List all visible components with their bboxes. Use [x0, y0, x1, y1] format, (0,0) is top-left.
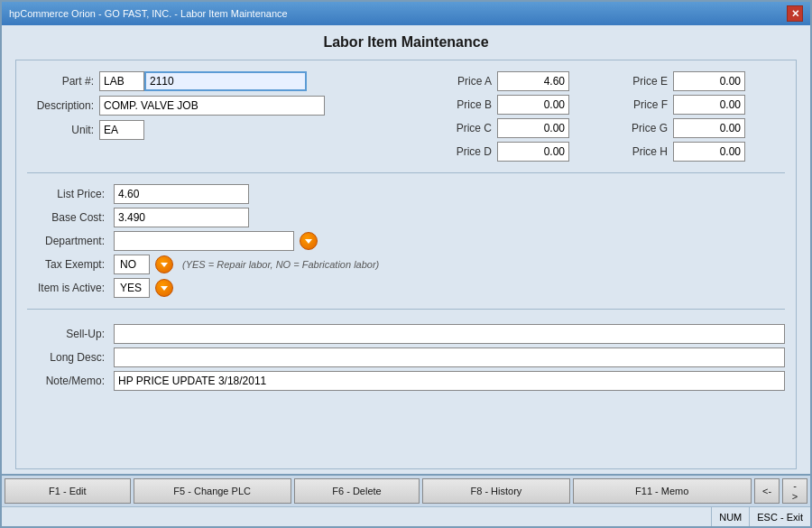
price-g-label: Price G	[618, 122, 668, 134]
price-c-label: Price C	[442, 122, 492, 134]
note-memo-input[interactable]	[114, 371, 785, 391]
price-e-input[interactable]	[673, 71, 745, 91]
list-price-label: List Price:	[27, 188, 108, 200]
price-a-label: Price A	[442, 75, 492, 88]
list-price-input[interactable]	[114, 184, 249, 204]
price-b-label: Price B	[442, 98, 492, 111]
price-a-input[interactable]	[497, 71, 569, 91]
price-c-input[interactable]	[497, 118, 569, 138]
note-memo-row: Note/Memo:	[27, 371, 785, 391]
price-d-label: Price D	[442, 145, 492, 158]
price-c-row: Price C	[442, 118, 609, 138]
long-desc-input[interactable]	[114, 347, 785, 367]
long-desc-label: Long Desc:	[27, 351, 108, 364]
price-d-row: Price D	[442, 142, 609, 162]
page-title: Labor Item Maintenance	[15, 34, 797, 51]
part-prefix-input[interactable]	[99, 71, 144, 91]
price-h-label: Price H	[618, 145, 668, 158]
form-section-top: Part #: Description: Unit:	[27, 71, 785, 162]
long-desc-row: Long Desc:	[27, 347, 785, 367]
item-active-dropdown-button[interactable]	[155, 279, 173, 297]
divider-1	[27, 172, 785, 173]
part-number-row: Part #:	[27, 71, 424, 91]
tax-exempt-value: NO	[114, 255, 150, 274]
base-cost-row: Base Cost:	[27, 208, 785, 227]
part-number-input[interactable]	[144, 71, 307, 91]
tax-exempt-label: Tax Exempt:	[27, 258, 108, 271]
list-price-row: List Price:	[27, 184, 785, 204]
price-d-input[interactable]	[497, 142, 569, 162]
price-b-row: Price B	[442, 95, 609, 115]
f6-delete-button[interactable]: F6 - Delete	[294, 478, 420, 504]
prev-button[interactable]: <-	[754, 478, 780, 504]
price-g-row: Price G	[618, 118, 785, 138]
esc-exit-label: ESC - Exit	[750, 507, 810, 526]
main-panel: Part #: Description: Unit:	[15, 60, 797, 469]
price-f-input[interactable]	[673, 95, 745, 115]
price-a-row: Price A	[442, 71, 609, 91]
department-input[interactable]	[114, 231, 294, 251]
price-h-row: Price H	[618, 142, 785, 162]
description-row: Description:	[27, 96, 424, 116]
tax-exempt-dropdown-button[interactable]	[155, 255, 173, 273]
bottom-fields: Sell-Up: Long Desc: Note/Memo:	[27, 324, 785, 391]
status-bar: NUM ESC - Exit	[2, 506, 810, 526]
price-b-input[interactable]	[497, 95, 569, 115]
close-button[interactable]: ✕	[787, 5, 803, 22]
content-area: Labor Item Maintenance Part #: Descripti…	[2, 25, 810, 474]
price-f-label: Price F	[618, 98, 668, 111]
button-bar: F1 - Edit F5 - Change PLC F6 - Delete F8…	[2, 474, 810, 506]
item-active-row: Item is Active: YES	[27, 278, 785, 298]
sell-up-label: Sell-Up:	[27, 328, 108, 340]
unit-input[interactable]	[99, 120, 144, 140]
divider-2	[27, 309, 785, 310]
base-cost-input[interactable]	[114, 208, 249, 227]
item-active-value: YES	[114, 278, 150, 298]
tax-exempt-row: Tax Exempt: NO (YES = Repair labor, NO =…	[27, 255, 785, 274]
num-indicator: NUM	[711, 507, 750, 526]
unit-row: Unit:	[27, 120, 424, 140]
sell-up-input[interactable]	[114, 324, 785, 344]
unit-label: Unit:	[27, 124, 99, 136]
base-cost-label: Base Cost:	[27, 211, 108, 224]
price-f-row: Price F	[618, 95, 785, 115]
department-label: Department:	[27, 235, 108, 247]
price-e-row: Price E	[618, 71, 785, 91]
item-active-label: Item is Active:	[27, 282, 108, 294]
f8-history-button[interactable]: F8 - History	[422, 478, 569, 504]
window-title: hpCommerce Orion - GO FAST, INC. - Labor…	[9, 8, 288, 19]
price-g-input[interactable]	[673, 118, 745, 138]
description-input[interactable]	[99, 96, 325, 116]
f1-edit-button[interactable]: F1 - Edit	[5, 478, 131, 504]
next-button[interactable]: ->	[782, 478, 807, 504]
prices-section: Price A Price E Price B Pr	[442, 71, 785, 162]
left-form: Part #: Description: Unit:	[27, 71, 424, 162]
tax-exempt-note: (YES = Repair labor, NO = Fabrication la…	[182, 259, 379, 270]
price-h-input[interactable]	[673, 142, 745, 162]
middle-section: List Price: Base Cost: Department: Tax E…	[27, 184, 785, 298]
f5-change-plc-button[interactable]: F5 - Change PLC	[134, 478, 291, 504]
sell-up-row: Sell-Up:	[27, 324, 785, 344]
description-label: Description:	[27, 99, 99, 112]
note-memo-label: Note/Memo:	[27, 375, 108, 387]
department-row: Department:	[27, 231, 785, 251]
price-e-label: Price E	[618, 75, 668, 88]
title-bar: hpCommerce Orion - GO FAST, INC. - Labor…	[2, 2, 810, 25]
department-dropdown-button[interactable]	[300, 232, 318, 250]
f11-memo-button[interactable]: F11 - Memo	[573, 478, 752, 504]
main-window: hpCommerce Orion - GO FAST, INC. - Labor…	[0, 0, 812, 528]
part-number-label: Part #:	[27, 75, 99, 88]
